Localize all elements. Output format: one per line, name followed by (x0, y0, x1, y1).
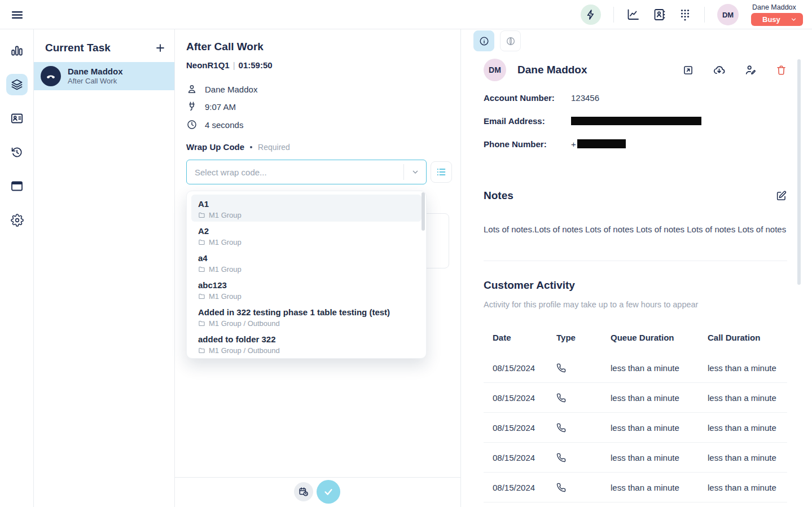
history-icon (10, 146, 24, 159)
activity-call-duration: less than a minute (708, 483, 787, 492)
option-path: M1 Group / Outbound (209, 346, 280, 355)
task-list-item[interactable]: Dane Maddox After Call Work (34, 62, 174, 90)
user-avatar[interactable]: DM (717, 4, 739, 25)
hamburger-menu-icon (10, 8, 24, 22)
section-divider (484, 261, 787, 261)
activity-date: 08/15/2024 (493, 423, 556, 433)
option-code: A1 (198, 199, 415, 210)
customer-activity-subtitle: Activity for this profile may take up to… (484, 300, 698, 309)
wrap-code-option[interactable]: Added in 322 testing phase 1 table testi… (191, 303, 422, 330)
browse-wrap-codes-button[interactable] (431, 161, 452, 183)
analytics-button[interactable] (626, 8, 640, 21)
tab-insights[interactable] (500, 30, 521, 51)
nav-contacts-button[interactable] (6, 108, 28, 129)
folder-icon (198, 293, 205, 300)
email-label: Email Address: (484, 116, 571, 126)
contact-initials: DM (489, 65, 501, 74)
duration-row: 4 seconds (186, 119, 243, 130)
contact-panel-scrollbar[interactable] (797, 59, 801, 285)
task-item-name: Dane Maddox (68, 67, 123, 77)
schedule-callback-button[interactable] (294, 482, 313, 501)
complete-acw-button[interactable] (317, 480, 340, 504)
chevron-down-icon (411, 167, 420, 177)
person-edit-icon (744, 64, 757, 76)
topbar-divider (704, 7, 705, 23)
nav-dashboard-button[interactable] (6, 40, 28, 61)
option-path: M1 Group (209, 238, 242, 246)
call-type-phone-icon (556, 363, 611, 373)
option-path: M1 Group (209, 292, 242, 301)
agent-name: Dane Maddox (205, 85, 257, 94)
add-task-button[interactable] (154, 42, 166, 54)
nav-browser-button[interactable] (6, 175, 28, 197)
required-dot (250, 146, 252, 148)
wrap-code-option[interactable]: A2 M1 Group (191, 222, 422, 249)
folder-icon (198, 211, 205, 219)
left-nav-rail (0, 29, 34, 507)
wrap-code-option[interactable]: A1 M1 Group (191, 195, 422, 222)
activity-queue-duration: less than a minute (611, 393, 708, 403)
dialpad-button[interactable] (678, 8, 692, 21)
hamburger-menu-button[interactable] (10, 8, 24, 22)
phone-handset-icon (45, 70, 56, 82)
user-name: Dane Maddox (751, 3, 803, 11)
contact-actions (682, 64, 787, 77)
footer-divider (175, 477, 460, 478)
option-code: abc123 (198, 280, 415, 291)
wrap-code-select[interactable] (186, 160, 427, 184)
option-code: A2 (198, 226, 415, 237)
nav-history-button[interactable] (6, 142, 28, 163)
contact-avatar: DM (484, 59, 506, 81)
wrap-code-option[interactable]: added to folder 322 M1 Group / Outbound (191, 330, 422, 357)
download-profile-button[interactable] (713, 64, 726, 77)
select-chevron-zone[interactable] (403, 164, 426, 180)
status-dropdown-button[interactable]: Busy (751, 13, 803, 26)
gear-icon (11, 214, 24, 227)
app-root: DM Dane Maddox Busy (0, 0, 812, 507)
activity-row: 08/15/2024 less than a minute less than … (484, 413, 787, 443)
connect-time: 9:07 AM (205, 102, 236, 112)
window-icon (10, 179, 24, 193)
folder-icon (198, 320, 205, 327)
delete-contact-button[interactable] (775, 64, 787, 76)
wrap-code-option[interactable]: a4 M1 Group (191, 249, 422, 276)
wrap-code-input[interactable] (187, 167, 403, 177)
task-item-text: Dane Maddox After Call Work (68, 67, 123, 86)
wrap-code-option[interactable]: abc123 M1 Group (191, 276, 422, 303)
quick-actions-button[interactable] (581, 5, 601, 25)
info-icon (479, 36, 490, 47)
dialpad-icon (678, 8, 692, 21)
option-path: M1 Group (209, 211, 242, 219)
edit-notes-button[interactable] (775, 190, 787, 202)
queue-name: NeonR1Q1 (186, 60, 230, 70)
chevron-down-icon (790, 16, 797, 23)
option-path: M1 Group (209, 265, 242, 274)
notes-text: Lots of notes.Lots of notes Lots of note… (484, 223, 787, 235)
wrap-up-label: Wrap Up Code (186, 142, 244, 152)
task-detail-title: After Call Work (186, 41, 264, 53)
dropdown-scrollbar[interactable] (422, 192, 425, 231)
call-type-phone-icon (556, 453, 611, 462)
open-profile-button[interactable] (682, 64, 694, 76)
option-code: added to folder 322 (198, 334, 415, 345)
agent-row: Dane Maddox (186, 83, 257, 95)
profile-tabs (473, 30, 521, 51)
layers-icon (10, 78, 24, 91)
connect-time-row: 9:07 AM (186, 101, 236, 112)
activity-date: 08/15/2024 (493, 393, 556, 403)
activity-row: 08/15/2024 less than a minute less than … (484, 473, 787, 502)
account-number-value: 123456 (571, 93, 787, 103)
status-label: Busy (762, 15, 780, 24)
nav-settings-button[interactable] (6, 209, 28, 231)
activity-date: 08/15/2024 (493, 453, 556, 462)
current-task-title: Current Task (45, 42, 111, 54)
nav-queues-button[interactable] (6, 74, 28, 95)
contact-name: Dane Maddox (517, 64, 587, 76)
calendar-clock-icon (299, 487, 309, 497)
edit-contact-button[interactable] (744, 64, 757, 76)
contacts-directory-button[interactable] (652, 8, 666, 21)
tab-info[interactable] (473, 30, 494, 51)
activity-date: 08/15/2024 (493, 363, 556, 373)
activity-queue-duration: less than a minute (611, 453, 708, 462)
activity-table-header: Date Type Queue Duration Call Duration (484, 326, 787, 349)
